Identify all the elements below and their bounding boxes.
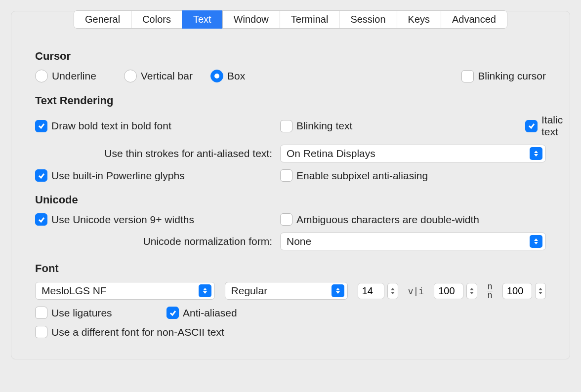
select-font-family[interactable]: MesloLGS NF (35, 282, 215, 300)
label-blinking-cursor: Blinking cursor (478, 70, 546, 82)
select-thin-strokes-value: On Retina Displays (287, 148, 524, 159)
label-subpixel: Enable subpixel anti-aliasing (296, 170, 428, 182)
section-title-rendering: Text Rendering (35, 94, 546, 107)
stepper-font-size (358, 283, 398, 299)
checkbox-nonascii-font[interactable] (35, 326, 47, 338)
checkbox-subpixel[interactable] (280, 169, 292, 182)
tab-text[interactable]: Text (182, 10, 222, 29)
updown-icon (530, 235, 542, 248)
radio-cursor-vbar[interactable] (124, 70, 137, 82)
checkbox-blinking-cursor[interactable] (461, 70, 474, 82)
label-ligatures: Use ligatures (51, 307, 112, 319)
vspacing-icon: nn (487, 282, 493, 299)
label-thin-strokes: Use thin strokes for anti-aliased text: (35, 148, 272, 159)
tab-colors[interactable]: Colors (131, 10, 182, 29)
checkbox-bold-font[interactable] (35, 120, 47, 132)
stepper-vspacing (502, 283, 546, 299)
input-vspacing[interactable] (502, 283, 532, 299)
input-font-size[interactable] (358, 283, 384, 299)
label-nonascii-font: Use a different font for non-ASCII text (51, 326, 224, 338)
checkbox-ambiguous[interactable] (280, 213, 292, 226)
select-normalization-value: None (287, 235, 524, 247)
tab-general[interactable]: General (74, 10, 131, 29)
checkbox-italic-text[interactable] (525, 120, 538, 132)
stepper-hspacing (434, 283, 477, 299)
input-hspacing[interactable] (434, 283, 463, 299)
section-title-font: Font (35, 262, 546, 275)
tab-keys[interactable]: Keys (397, 10, 441, 29)
label-blinking-text: Blinking text (296, 120, 352, 132)
checkbox-powerline[interactable] (35, 169, 47, 182)
stepper-buttons[interactable] (387, 283, 398, 299)
label-antialiased: Anti-aliased (183, 307, 237, 319)
label-powerline: Use built-in Powerline glyphs (51, 170, 185, 182)
select-thin-strokes[interactable]: On Retina Displays (280, 145, 546, 162)
label-italic-text: Italic text (541, 114, 563, 138)
label-bold-font: Draw bold text in bold font (51, 120, 171, 132)
radio-cursor-underline[interactable] (35, 70, 48, 82)
radio-cursor-box[interactable] (210, 70, 223, 82)
checkbox-antialiased[interactable] (166, 307, 179, 319)
updown-icon (199, 284, 211, 297)
checkbox-unicode9[interactable] (35, 213, 47, 226)
label-unicode9: Use Unicode version 9+ widths (51, 214, 194, 226)
select-font-family-value: MesloLGS NF (42, 285, 193, 297)
checkbox-ligatures[interactable] (35, 307, 47, 319)
radio-label-underline: Underline (52, 70, 96, 82)
preferences-panel: General Colors Text Window Terminal Sess… (11, 11, 570, 359)
stepper-buttons[interactable] (466, 283, 477, 299)
stepper-buttons[interactable] (535, 283, 546, 299)
section-title-unicode: Unicode (35, 194, 546, 206)
tab-terminal[interactable]: Terminal (280, 10, 339, 29)
radio-label-vbar: Vertical bar (141, 70, 193, 82)
select-font-weight[interactable]: Regular (225, 282, 348, 300)
hspacing-icon: v|i (408, 286, 424, 296)
radio-label-box: Box (227, 70, 245, 82)
select-font-weight-value: Regular (231, 285, 326, 297)
tab-bar: General Colors Text Window Terminal Sess… (74, 10, 507, 29)
select-normalization[interactable]: None (280, 233, 546, 250)
section-title-cursor: Cursor (35, 50, 546, 63)
tab-advanced[interactable]: Advanced (441, 10, 507, 29)
label-ambiguous: Ambiguous characters are double-width (296, 214, 479, 226)
tab-session[interactable]: Session (339, 10, 396, 29)
updown-icon (332, 284, 344, 297)
label-normalization: Unicode normalization form: (35, 235, 272, 247)
tab-window[interactable]: Window (222, 10, 280, 29)
checkbox-blinking-text[interactable] (280, 120, 292, 132)
updown-icon (530, 147, 542, 160)
